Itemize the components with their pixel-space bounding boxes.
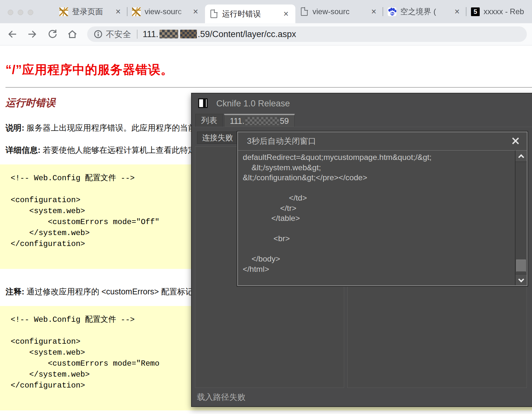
tab-close-icon[interactable]: [452, 7, 462, 16]
tab-title: 空之境界 (: [400, 6, 451, 17]
censored-ip-octets: [180, 30, 197, 38]
scrollbar-thumb[interactable]: [516, 260, 526, 272]
browser-tab[interactable]: view-sourc: [128, 0, 205, 23]
status-bar-text: 载入路径失败: [197, 392, 245, 402]
browser-tab[interactable]: view-sourc: [295, 0, 383, 23]
source-line: &lt;/configuration&gt;</pre></code>: [243, 172, 515, 183]
popup-source-text[interactable]: defaultRedirect=&quot;mycustompage.htm&q…: [238, 150, 515, 285]
reload-icon: [47, 29, 58, 40]
reload-button[interactable]: [45, 27, 59, 41]
tab-list[interactable]: 列表: [195, 114, 223, 127]
tab-favicon: [471, 7, 480, 16]
tab-title: xxxxx - Reb: [484, 7, 532, 16]
censored-ip-octets: [159, 30, 178, 38]
tab-favicon: [132, 7, 141, 16]
tab-strip: 登录页面 view-sourc 运行时错误: [0, 0, 532, 23]
tab-close-icon[interactable]: [281, 9, 291, 19]
source-line: [243, 183, 515, 193]
source-line: </td>: [243, 193, 515, 203]
page-title: “/”应用程序中的服务器错误。: [5, 62, 532, 78]
forward-arrow-icon: [27, 29, 38, 39]
connection-failed-tab[interactable]: 连接失败: [197, 132, 238, 144]
tab-title: view-sourc: [312, 7, 368, 16]
tab-favicon: [59, 7, 68, 16]
tab-close-icon[interactable]: [191, 7, 200, 16]
browser-tab[interactable]: 空之境界 (: [383, 0, 466, 23]
home-button[interactable]: [65, 27, 79, 41]
back-arrow-icon: [7, 29, 18, 39]
source-line: defaultRedirect=&quot;mycustompage.htm&q…: [243, 152, 515, 163]
maximize-window-button[interactable]: [28, 10, 33, 15]
url-text[interactable]: 111..59/Content/layer/cc.aspx: [143, 29, 296, 39]
scroll-down-button[interactable]: [516, 274, 527, 285]
cknife-tabs: 列表 111.59: [195, 114, 295, 127]
security-label[interactable]: 不安全: [106, 29, 131, 40]
scroll-up-button[interactable]: [516, 151, 527, 162]
tab-favicon: [210, 10, 217, 18]
source-line: </table>: [243, 213, 515, 223]
tab-close-icon[interactable]: [113, 7, 123, 16]
browser-tabs: 登录页面 view-sourc 运行时错误: [55, 0, 532, 23]
popup-scrollbar[interactable]: [515, 150, 527, 285]
source-line: [243, 223, 515, 234]
back-button[interactable]: [5, 27, 19, 41]
tab-favicon: [388, 7, 396, 16]
window-controls: [8, 10, 33, 15]
browser-toolbar: 不安全 111..59/Content/layer/cc.aspx: [0, 23, 532, 45]
tab-close-icon[interactable]: [369, 7, 379, 16]
cknife-app-icon: [198, 98, 208, 108]
tab-title: 运行时错误: [222, 9, 280, 19]
censored-ip: [245, 117, 279, 125]
browser-chrome: 登录页面 view-sourc 运行时错误: [0, 0, 532, 45]
cknife-window-title: Cknife 1.0 Release: [216, 94, 290, 113]
cknife-titlebar[interactable]: Cknife 1.0 Release: [192, 94, 532, 113]
source-line: &lt;/system.web&gt;: [243, 163, 515, 173]
source-line: </body>: [243, 254, 515, 264]
browser-tab[interactable]: 运行时错误: [205, 5, 295, 23]
close-window-button[interactable]: [8, 10, 13, 15]
popup-close-icon[interactable]: [511, 136, 520, 146]
source-line: </tr>: [243, 203, 515, 213]
browser-tab[interactable]: xxxxx - Reb: [466, 0, 532, 23]
forward-button[interactable]: [25, 27, 39, 41]
tab-title: 登录页面: [72, 6, 112, 17]
address-bar[interactable]: 不安全 111..59/Content/layer/cc.aspx: [87, 26, 527, 42]
chevron-down-icon: [518, 276, 524, 282]
chevron-up-icon: [518, 154, 524, 160]
auto-close-popup: 3秒后自动关闭窗口 defaultRedirect=&quot;mycustom…: [237, 132, 527, 286]
source-line: <br>: [243, 233, 515, 244]
source-line: </html>: [243, 264, 515, 274]
cknife-window: Cknife 1.0 Release 列表 111.59 连接失败 载入路径失败…: [191, 93, 532, 407]
divider: [5, 87, 532, 88]
minimize-window-button[interactable]: [18, 10, 23, 15]
home-icon: [67, 29, 78, 39]
omnibox-divider: [137, 30, 138, 39]
popup-title: 3秒后自动关闭窗口: [238, 132, 527, 150]
browser-tab[interactable]: 登录页面: [55, 0, 128, 23]
source-line: [243, 244, 515, 254]
tab-favicon: [301, 7, 308, 16]
info-icon: [94, 30, 103, 39]
tab-target-ip[interactable]: 111.59: [224, 114, 295, 127]
tab-title: view-sourc: [145, 7, 189, 16]
